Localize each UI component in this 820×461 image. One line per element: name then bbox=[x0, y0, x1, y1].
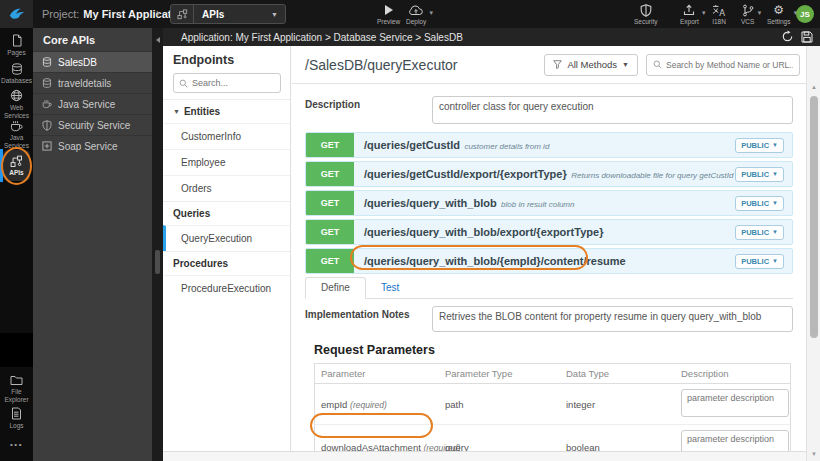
left-icon-rail: Pages Databases Web Services Java Servic… bbox=[0, 28, 33, 461]
param-data-type: integer bbox=[560, 399, 675, 410]
sidebar-item-web-services[interactable]: Web Services bbox=[0, 89, 33, 120]
gear-icon: ⚙ bbox=[773, 3, 784, 17]
refresh-button[interactable] bbox=[781, 30, 794, 43]
sidebar-item-file-explorer[interactable]: File Explorer bbox=[0, 375, 33, 404]
core-apis-title: Core APIs bbox=[33, 28, 152, 51]
section-queries[interactable]: Queries bbox=[163, 201, 290, 225]
sidebar-item-logs[interactable]: Logs bbox=[0, 407, 33, 430]
column-header: Data Type bbox=[560, 364, 675, 383]
endpoint-path: /queries/query_with_blob/{empId}/content… bbox=[364, 255, 626, 267]
access-dropdown[interactable]: PUBLIC ▼ bbox=[735, 196, 784, 211]
access-dropdown[interactable]: PUBLIC ▼ bbox=[735, 254, 784, 269]
export-button[interactable]: Export ▼ bbox=[680, 3, 699, 25]
chevron-down-icon: ▼ bbox=[622, 61, 629, 68]
main-scrollbar: ▲ ▼ bbox=[806, 46, 820, 461]
chevron-down-icon: ▼ bbox=[756, 10, 762, 16]
endpoint-description: blob in result column bbox=[501, 200, 574, 209]
endpoint-row-blob-content-resume[interactable]: GET /queries/query_with_blob/{empId}/con… bbox=[305, 248, 793, 274]
panel-scrollbar-thumb[interactable] bbox=[155, 250, 160, 274]
access-dropdown[interactable]: PUBLIC ▼ bbox=[735, 225, 784, 240]
svg-text:A: A bbox=[719, 7, 725, 17]
preview-button[interactable]: Preview bbox=[377, 3, 400, 25]
sidebar-item-databases[interactable]: Databases bbox=[0, 63, 33, 85]
module-switcher-dropdown[interactable]: APIs ▼ bbox=[170, 4, 286, 24]
endpoint-description: customer details from id bbox=[464, 142, 549, 151]
rail-spacer-block bbox=[0, 333, 33, 367]
description-textarea[interactable]: controller class for query execution bbox=[432, 96, 793, 124]
vcs-button[interactable]: VCS ▼ bbox=[741, 3, 754, 25]
http-method-badge: GET bbox=[306, 220, 354, 244]
core-api-item-security-service[interactable]: Security Service bbox=[33, 114, 152, 135]
param-description-textarea[interactable] bbox=[681, 389, 789, 417]
endpoint-row-getcustid[interactable]: GET /queries/getCustId customer details … bbox=[305, 132, 793, 158]
database-icon bbox=[11, 63, 23, 75]
tab-define[interactable]: Define bbox=[305, 277, 366, 299]
endpoint-row-getcustid-export[interactable]: GET /queries/getCustId/export/{exportTyp… bbox=[305, 161, 793, 187]
database-icon bbox=[42, 78, 52, 88]
endpoint-path: /queries/getCustId/export/{exportType} bbox=[364, 168, 567, 180]
request-parameters-title: Request Parameters bbox=[314, 343, 806, 357]
application-breadcrumb: Application: My First Application > Data… bbox=[181, 32, 463, 43]
user-avatar[interactable]: JS bbox=[796, 5, 814, 23]
method-search-input[interactable] bbox=[666, 60, 793, 70]
column-header: Parameter Type bbox=[439, 364, 560, 383]
access-dropdown[interactable]: PUBLIC ▼ bbox=[735, 167, 784, 182]
chevron-down-icon: ▼ bbox=[772, 142, 778, 148]
play-icon bbox=[384, 3, 394, 17]
sidebar-item-java-services[interactable]: Java Services bbox=[0, 120, 33, 150]
section-procedures[interactable]: Procedures bbox=[163, 251, 290, 275]
deploy-button[interactable]: Deploy ▼ bbox=[406, 3, 426, 25]
chevron-down-icon: ▼ bbox=[428, 10, 434, 16]
collapse-panel-arrow[interactable] bbox=[156, 37, 160, 43]
endpoint-path: /queries/query_with_blob/export/{exportT… bbox=[364, 226, 603, 238]
branch-icon bbox=[742, 3, 754, 17]
section-entities[interactable]: ▼ Entities bbox=[163, 99, 290, 123]
globe-icon bbox=[10, 89, 23, 102]
detail-tabs: Define Test bbox=[305, 279, 793, 299]
endpoint-item-employee[interactable]: Employee bbox=[163, 149, 290, 175]
tab-test[interactable]: Test bbox=[366, 278, 414, 298]
security-button[interactable]: Security bbox=[634, 3, 657, 25]
core-api-item-traveldetails[interactable]: traveldetails bbox=[33, 72, 152, 93]
endpoints-title: Endpoints bbox=[163, 46, 290, 73]
scroll-up-arrow[interactable]: ▲ bbox=[807, 84, 820, 90]
methods-filter-dropdown[interactable]: All Methods ▼ bbox=[544, 54, 638, 76]
description-label: Description bbox=[305, 96, 432, 124]
api-node-icon bbox=[171, 5, 194, 23]
scroll-down-arrow[interactable]: ▼ bbox=[807, 451, 820, 457]
table-header-row: Parameter Parameter Type Data Type Descr… bbox=[315, 364, 790, 384]
coffee-cup-icon bbox=[42, 99, 52, 109]
method-search[interactable] bbox=[646, 54, 800, 76]
studio-window: Project: My First Application › APIs ▼ P… bbox=[0, 0, 820, 461]
i18n-button[interactable]: A I18N bbox=[712, 3, 726, 25]
endpoint-item-orders[interactable]: Orders bbox=[163, 175, 290, 201]
search-icon bbox=[653, 60, 662, 69]
settings-button[interactable]: ⚙ Settings ▼ bbox=[767, 3, 791, 25]
project-label: Project: bbox=[42, 8, 79, 20]
endpoint-item-procedureexecution[interactable]: ProcedureExecution bbox=[163, 275, 290, 301]
endpoint-item-queryexecution[interactable]: QueryExecution bbox=[163, 225, 290, 251]
endpoints-search-input[interactable] bbox=[192, 78, 275, 88]
save-button[interactable] bbox=[801, 31, 813, 43]
more-options-button[interactable]: ••• bbox=[0, 440, 33, 449]
scrollbar-thumb[interactable] bbox=[810, 96, 818, 338]
query-executor-main: /SalesDB/queryExecutor All Methods ▼ Des… bbox=[292, 46, 806, 461]
implementation-notes-textarea[interactable]: Retrives the BLOB content for property r… bbox=[432, 306, 793, 332]
core-api-item-salesdb[interactable]: SalesDB bbox=[33, 51, 152, 72]
table-row-empid: empId (required) path integer bbox=[315, 384, 790, 425]
endpoint-row-query-with-blob-export[interactable]: GET /queries/query_with_blob/export/{exp… bbox=[305, 219, 793, 245]
endpoint-row-query-with-blob[interactable]: GET /queries/query_with_blob blob in res… bbox=[305, 190, 793, 216]
sidebar-item-pages[interactable]: Pages bbox=[0, 34, 33, 57]
sidebar-item-apis[interactable]: APIs bbox=[3, 150, 30, 181]
core-api-item-soap-service[interactable]: Soap Service bbox=[33, 135, 152, 156]
implementation-notes-label: Implementation Notes bbox=[305, 306, 432, 332]
endpoint-item-customerinfo[interactable]: CustomerInfo bbox=[163, 123, 290, 149]
http-method-badge: GET bbox=[306, 249, 354, 273]
wavemaker-logo[interactable] bbox=[0, 0, 33, 28]
access-dropdown[interactable]: PUBLIC ▼ bbox=[735, 138, 784, 153]
core-apis-panel: Core APIs SalesDB traveldetails Java Ser… bbox=[33, 28, 152, 461]
core-api-item-java-service[interactable]: Java Service bbox=[33, 93, 152, 114]
endpoints-search[interactable] bbox=[173, 73, 281, 93]
http-method-badge: GET bbox=[306, 133, 354, 157]
chevron-down-icon: ▼ bbox=[772, 229, 778, 235]
